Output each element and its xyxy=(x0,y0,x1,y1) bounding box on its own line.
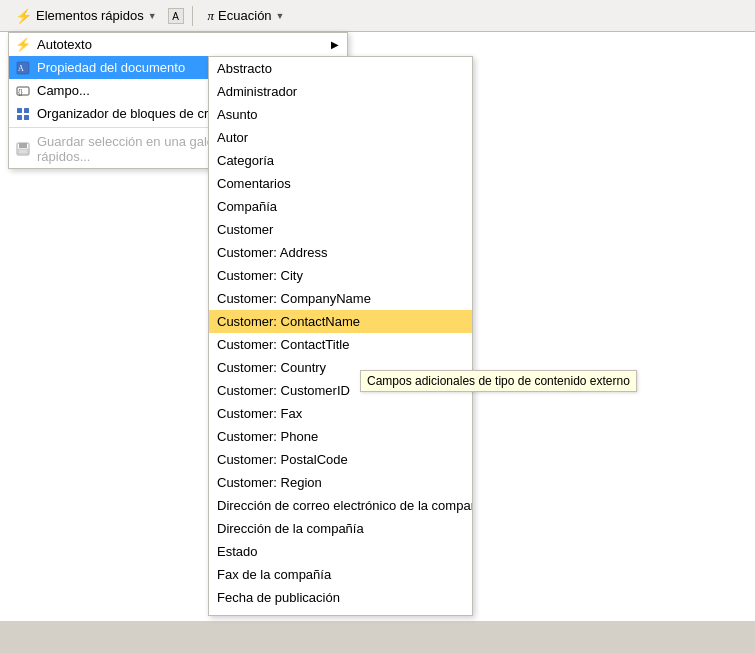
submenu-item-fecha_publicacion[interactable]: Fecha de publicación xyxy=(209,586,472,609)
submenu-item-direccion_correo[interactable]: Dirección de correo electrónico de la co… xyxy=(209,494,472,517)
autotexto-icon: ⚡ xyxy=(15,37,31,53)
elementos-rapidos-button[interactable]: ⚡ Elementos rápidos ▼ xyxy=(8,5,164,27)
organizador-icon xyxy=(15,106,31,122)
submenu-item-administrador[interactable]: Administrador xyxy=(209,80,472,103)
submenu-item-customer_fax[interactable]: Customer: Fax xyxy=(209,402,472,425)
submenu-item-asunto[interactable]: Asunto xyxy=(209,103,472,126)
submenu-item-customer_contacttitle[interactable]: Customer: ContactTitle xyxy=(209,333,472,356)
guardar-icon xyxy=(15,141,31,157)
submenu-item-comentarios[interactable]: Comentarios xyxy=(209,172,472,195)
autotexto-label: Autotexto xyxy=(37,37,92,52)
toolbar-divider xyxy=(192,6,193,26)
elementos-chevron-icon: ▼ xyxy=(148,11,157,21)
submenu-list[interactable]: AbstractoAdministradorAsuntoAutorCategor… xyxy=(209,57,472,615)
svg-rect-9 xyxy=(19,143,27,148)
pi-icon: π xyxy=(208,8,215,24)
ecuacion-chevron-icon: ▼ xyxy=(276,11,285,21)
propiedad-label: Propiedad del documento xyxy=(37,60,185,75)
tooltip: Campos adicionales de tipo de contenido … xyxy=(360,370,637,392)
submenu-item-customer[interactable]: Customer xyxy=(209,218,472,241)
svg-rect-4 xyxy=(17,108,22,113)
submenu-item-categoria[interactable]: Categoría xyxy=(209,149,472,172)
submenu-item-customer_city[interactable]: Customer: City xyxy=(209,264,472,287)
svg-rect-10 xyxy=(18,149,28,154)
submenu-item-compania[interactable]: Compañía xyxy=(209,195,472,218)
ecuacion-button[interactable]: π Ecuación ▼ xyxy=(201,5,292,27)
submenu-item-customer_phone[interactable]: Customer: Phone xyxy=(209,425,472,448)
submenu-item-customer_contactname[interactable]: Customer: ContactName xyxy=(209,310,472,333)
autotexto-arrow-icon: ▶ xyxy=(331,39,339,50)
submenu-item-customer_address[interactable]: Customer: Address xyxy=(209,241,472,264)
tooltip-text: Campos adicionales de tipo de contenido … xyxy=(367,374,630,388)
submenu-item-abstracto[interactable]: Abstracto xyxy=(209,57,472,80)
elementos-label: Elementos rápidos xyxy=(36,8,144,23)
campo-label: Campo... xyxy=(37,83,90,98)
svg-text:A: A xyxy=(18,64,24,73)
submenu-item-customer_companyname[interactable]: Customer: CompanyName xyxy=(209,287,472,310)
submenu-item-customer_region[interactable]: Customer: Region xyxy=(209,471,472,494)
submenu-item-direccion_compania[interactable]: Dirección de la compañía xyxy=(209,517,472,540)
propiedad-icon: A xyxy=(15,60,31,76)
svg-rect-7 xyxy=(24,115,29,120)
submenu-item-palabras_clave[interactable]: Palabras clave xyxy=(209,609,472,615)
lightning-icon: ⚡ xyxy=(15,8,32,24)
submenu-item-fax_compania[interactable]: Fax de la compañía xyxy=(209,563,472,586)
svg-rect-6 xyxy=(17,115,22,120)
campo-icon: {} xyxy=(15,83,31,99)
menu-item-autotexto[interactable]: ⚡ Autotexto ▶ xyxy=(9,33,347,56)
submenu: AbstractoAdministradorAsuntoAutorCategor… xyxy=(208,56,473,616)
submenu-item-estado[interactable]: Estado xyxy=(209,540,472,563)
toolbar-icon-1[interactable]: A xyxy=(168,8,184,24)
svg-text:{}: {} xyxy=(18,88,23,96)
submenu-item-customer_postalcode[interactable]: Customer: PostalCode xyxy=(209,448,472,471)
svg-rect-5 xyxy=(24,108,29,113)
submenu-item-autor[interactable]: Autor xyxy=(209,126,472,149)
ecuacion-label: Ecuación xyxy=(218,8,271,23)
toolbar: ⚡ Elementos rápidos ▼ A π Ecuación ▼ xyxy=(0,0,755,32)
